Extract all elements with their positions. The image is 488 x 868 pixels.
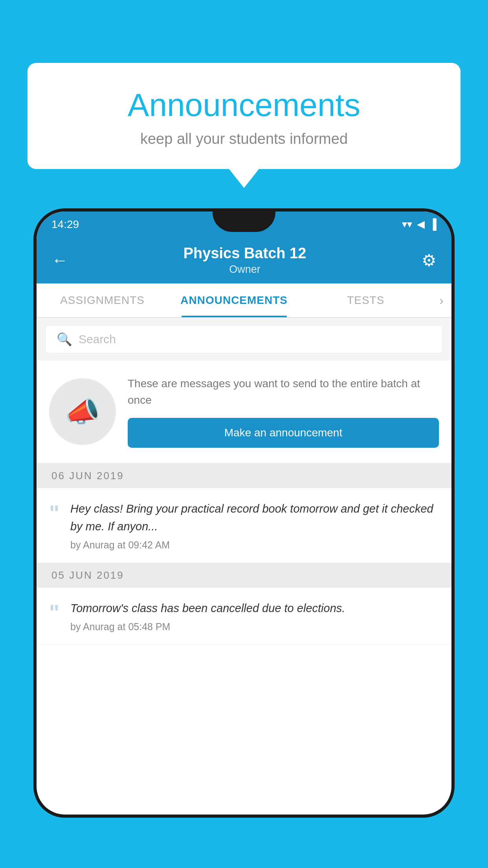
date-separator-1: 06 JUN 2019 bbox=[37, 463, 451, 488]
status-bar: 14:29 ▾▾ ◀ ▐ bbox=[37, 211, 451, 237]
announcement-content-1: Hey class! Bring your practical record b… bbox=[70, 500, 439, 551]
speech-bubble-tail bbox=[229, 169, 259, 188]
search-bar-wrapper: 🔍 Search bbox=[37, 318, 451, 360]
megaphone-icon: 📣 bbox=[65, 395, 100, 428]
phone-outer: 14:29 ▾▾ ◀ ▐ ← Physics Batch 12 Owner ⚙ bbox=[33, 208, 455, 818]
announcement-text-2: Tomorrow's class has been cancelled due … bbox=[70, 600, 439, 617]
quote-icon-1: " bbox=[49, 502, 59, 524]
date-separator-2: 05 JUN 2019 bbox=[37, 563, 451, 588]
phone-inner: 14:29 ▾▾ ◀ ▐ ← Physics Batch 12 Owner ⚙ bbox=[37, 211, 451, 815]
announcement-meta-2: by Anurag at 05:48 PM bbox=[70, 621, 439, 633]
settings-button[interactable]: ⚙ bbox=[422, 251, 437, 270]
announcements-title: Announcements bbox=[55, 86, 433, 123]
speech-bubble-section: Announcements keep all your students inf… bbox=[28, 63, 460, 188]
speech-bubble: Announcements keep all your students inf… bbox=[28, 63, 460, 169]
notch bbox=[213, 211, 275, 232]
promo-block: 📣 These are messages you want to send to… bbox=[37, 360, 451, 463]
announcement-text-1: Hey class! Bring your practical record b… bbox=[70, 500, 439, 535]
tab-assignments[interactable]: ASSIGNMENTS bbox=[37, 283, 168, 317]
signal-icon: ◀ bbox=[417, 218, 425, 230]
search-input[interactable]: Search bbox=[79, 333, 116, 346]
status-icons: ▾▾ ◀ ▐ bbox=[402, 218, 437, 230]
wifi-icon: ▾▾ bbox=[402, 218, 412, 230]
batch-subtitle: Owner bbox=[183, 263, 306, 276]
announcement-item-2: " Tomorrow's class has been cancelled du… bbox=[37, 588, 451, 645]
tab-announcements[interactable]: ANNOUNCEMENTS bbox=[168, 283, 300, 317]
app-header: ← Physics Batch 12 Owner ⚙ bbox=[37, 237, 451, 283]
search-bar[interactable]: 🔍 Search bbox=[45, 325, 443, 353]
announcements-subtitle: keep all your students informed bbox=[55, 131, 433, 147]
quote-icon-2: " bbox=[49, 602, 59, 623]
promo-content: These are messages you want to send to t… bbox=[128, 375, 439, 448]
battery-icon: ▐ bbox=[429, 218, 437, 230]
promo-description: These are messages you want to send to t… bbox=[128, 375, 439, 408]
announcement-content-2: Tomorrow's class has been cancelled due … bbox=[70, 600, 439, 633]
tab-more[interactable]: › bbox=[431, 293, 451, 308]
tabs-bar: ASSIGNMENTS ANNOUNCEMENTS TESTS › bbox=[37, 283, 451, 318]
header-center: Physics Batch 12 Owner bbox=[183, 245, 306, 276]
status-time: 14:29 bbox=[51, 218, 79, 231]
search-icon: 🔍 bbox=[57, 332, 72, 347]
promo-icon-circle: 📣 bbox=[49, 378, 116, 445]
phone-mockup: 14:29 ▾▾ ◀ ▐ ← Physics Batch 12 Owner ⚙ bbox=[33, 208, 455, 868]
announcement-item-1: " Hey class! Bring your practical record… bbox=[37, 488, 451, 563]
batch-title: Physics Batch 12 bbox=[183, 245, 306, 262]
back-button[interactable]: ← bbox=[51, 251, 68, 270]
announcement-meta-1: by Anurag at 09:42 AM bbox=[70, 539, 439, 551]
make-announcement-button[interactable]: Make an announcement bbox=[128, 418, 439, 448]
tab-tests[interactable]: TESTS bbox=[300, 283, 431, 317]
